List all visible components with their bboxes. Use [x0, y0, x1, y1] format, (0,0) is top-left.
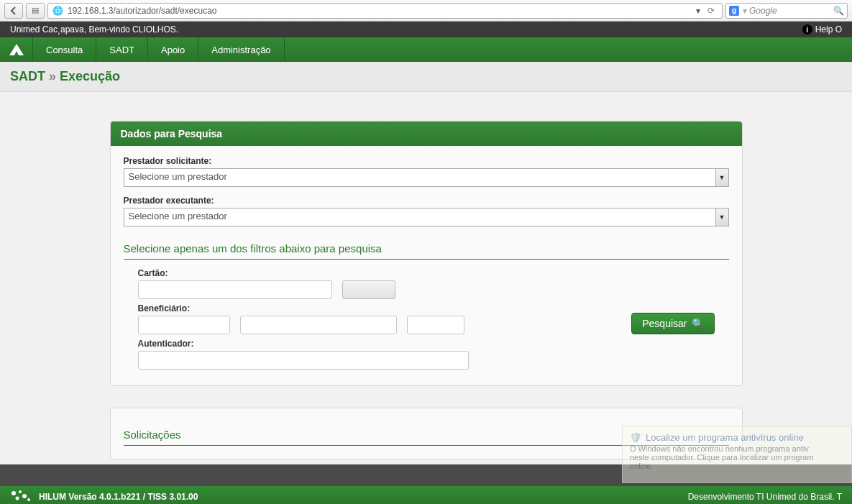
footer-dev: Desenvolvimento TI Unimed do Brasil. T — [688, 492, 842, 502]
input-benef-2[interactable] — [240, 316, 397, 334]
help-link[interactable]: i Help O — [802, 24, 842, 35]
label-solicitante: Prestador solicitante: — [124, 156, 729, 166]
url-text: 192.168.1.3/autorizador/sadt/execucao — [68, 6, 216, 16]
nav-administracao[interactable]: Administração — [198, 37, 284, 62]
reload-icon[interactable]: ⟳ — [705, 6, 718, 16]
search-icon: 🔍 — [692, 318, 704, 329]
svg-point-0 — [12, 491, 16, 495]
antivirus-popup[interactable]: 🛡️ Localize um programa antivírus online… — [622, 426, 852, 483]
browser-search[interactable]: g ▾ Google 🔍 — [725, 3, 848, 19]
url-bar[interactable]: 🌐 192.168.1.3/autorizador/sadt/execucao … — [47, 3, 723, 19]
shield-icon: 🛡️ — [630, 432, 641, 443]
label-cartao: Cartão: — [138, 268, 332, 278]
footer: HILUM Versão 4.0.1.b221 / TISS 3.01.00 D… — [0, 486, 852, 504]
nav-consulta[interactable]: Consulta — [33, 37, 96, 62]
breadcrumb: SADT » Execução — [0, 62, 852, 92]
nav-sadt[interactable]: SADT — [96, 37, 148, 62]
panel-title: Dados para Pesquisa — [111, 122, 742, 146]
browser-toolbar: ▤ 🌐 192.168.1.3/autorizador/sadt/execuca… — [0, 0, 852, 22]
welcome-text: Unimed Cac¸apava, Bem-vindo CLIOLHOS. — [10, 24, 178, 35]
bookmarks-button[interactable]: ▤ — [26, 3, 45, 19]
svg-point-3 — [22, 494, 27, 498]
input-benef-1[interactable] — [138, 316, 230, 334]
dropdown-icon[interactable]: ▾ — [696, 6, 700, 16]
logo[interactable] — [0, 37, 33, 62]
svg-point-4 — [27, 498, 30, 501]
search-button[interactable]: Pesquisar 🔍 — [631, 313, 714, 334]
svg-point-1 — [19, 490, 22, 493]
footer-logo-icon — [10, 490, 32, 505]
footer-version: HILUM Versão 4.0.1.b221 / TISS 3.01.00 — [39, 492, 198, 502]
page: SADT » Execução Dados para Pesquisa Pres… — [0, 62, 852, 504]
label-executante: Prestador executante: — [124, 196, 729, 206]
input-benef-3[interactable] — [407, 316, 464, 334]
label-beneficiario: Beneficiário: — [138, 303, 230, 313]
info-icon: i — [802, 24, 812, 35]
search-icon[interactable]: 🔍 — [833, 6, 844, 16]
label-autenticador: Autenticador: — [138, 339, 469, 349]
input-cartao[interactable] — [138, 280, 332, 299]
input-autenticador[interactable] — [138, 351, 469, 370]
nav-apoio[interactable]: Apoio — [148, 37, 198, 62]
cartao-aux-button[interactable] — [342, 280, 395, 299]
search-placeholder: Google — [749, 6, 777, 16]
globe-icon: 🌐 — [52, 6, 63, 16]
search-panel: Dados para Pesquisa Prestador solicitant… — [110, 121, 743, 386]
svg-point-2 — [16, 496, 19, 500]
welcome-bar: Unimed Cac¸apava, Bem-vindo CLIOLHOS. i … — [0, 22, 852, 37]
google-icon: g — [729, 6, 739, 16]
back-button[interactable] — [4, 3, 23, 19]
select-solicitante[interactable]: Selecione um prestador — [124, 168, 729, 187]
main-nav: Consulta SADT Apoio Administração — [0, 37, 852, 62]
filters-heading: Selecione apenas um dos filtros abaixo p… — [124, 235, 729, 260]
select-executante[interactable]: Selecione um prestador — [124, 208, 729, 226]
